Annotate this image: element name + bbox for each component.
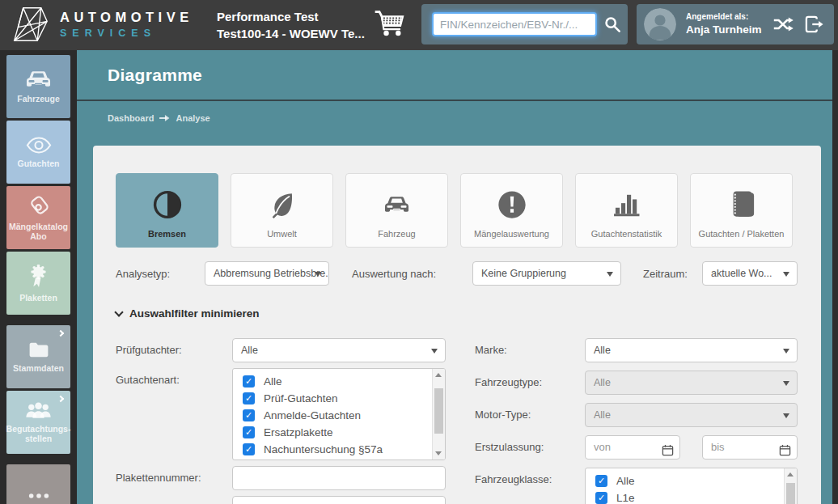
logged-in-label: Angemeldet als: — [686, 13, 762, 21]
car-icon — [26, 70, 51, 89]
switch-user-icon[interactable] — [772, 15, 794, 33]
marke-select[interactable]: Alle — [585, 338, 798, 362]
bar-chart-icon — [576, 187, 677, 222]
option-label: Prüf-Gutachten — [264, 392, 338, 404]
pruefgutachter-label: Prüfgutachter: — [116, 338, 232, 362]
analysis-card: BremsenUmweltFahrzeugMängelauswertungGut… — [93, 146, 821, 504]
analysetyp-select[interactable]: Abbremsung Betriebsbre... — [205, 261, 329, 286]
tab-maengelauswertung[interactable]: Mängelauswertung — [460, 173, 563, 248]
sidebar-nav: FahrzeugeGutachtenMängelkatalog AboPlake… — [0, 50, 77, 504]
checkbox-checked-icon[interactable]: ✓ — [243, 392, 255, 404]
controls-row: Analysetyp: Abbremsung Betriebsbre... Au… — [116, 261, 798, 286]
scrollbar[interactable] — [784, 468, 797, 504]
checkbox-option[interactable]: ✓Ersatzplakette — [233, 424, 445, 441]
sidebar-item-plaketten[interactable]: Plaketten — [6, 252, 70, 315]
calendar-icon[interactable] — [779, 442, 791, 464]
scroll-up-icon[interactable] — [787, 472, 794, 476]
eye-icon — [26, 137, 52, 154]
sidebar-item-gutachten[interactable]: Gutachten — [6, 121, 70, 184]
sidebar-item-begutachtungsstellen[interactable]: Begutachtungs-stellen — [6, 391, 70, 454]
sidebar-item-fahrzeuge[interactable]: Fahrzeuge — [6, 55, 70, 118]
sidebar-item-label: Mängelkatalog Abo — [6, 222, 70, 241]
checkbox-checked-icon[interactable]: ✓ — [243, 375, 255, 388]
option-label: Nachuntersuchung §57a — [264, 443, 383, 455]
car-icon — [346, 187, 447, 222]
page-title: Diagramme — [108, 66, 202, 85]
search-input[interactable] — [432, 12, 597, 36]
breadcrumb-analyse[interactable]: Analyse — [176, 113, 210, 123]
checkbox-option[interactable]: ✓Alle — [233, 373, 445, 390]
filter-column-right: Marke: Alle Fahrzeugtype: Alle Motor-Typ… — [475, 338, 798, 504]
filter-toggle-label: Auswahlfilter minimieren — [129, 307, 260, 320]
checkbox-checked-icon[interactable]: ✓ — [243, 443, 255, 455]
avatar[interactable] — [644, 8, 676, 40]
sidebar-item-label: Plaketten — [17, 293, 60, 303]
chevron-down-icon — [114, 307, 123, 316]
plakettennummer-input[interactable] — [232, 466, 446, 490]
logout-icon[interactable] — [805, 15, 824, 33]
checkbox-option[interactable]: ✓Anmelde-Gutachten — [233, 407, 445, 424]
exclamation-circle-icon — [461, 187, 562, 222]
context-line2: Test100-14 - WOEWV Te... — [217, 25, 365, 42]
notebook-icon — [691, 187, 792, 222]
brand-logo-icon[interactable] — [7, 6, 53, 46]
scrollbar[interactable] — [432, 369, 445, 460]
sidebar-item-label: Fahrzeuge — [15, 94, 62, 104]
zeitraum-label: Zeitraum: — [643, 268, 692, 280]
fahrzeugtype-select: Alle — [585, 371, 798, 395]
tab-umwelt[interactable]: Umwelt — [231, 173, 333, 248]
breadcrumb: Dashboard Analyse — [77, 101, 832, 123]
rosette-icon — [28, 265, 49, 288]
breadcrumb-dashboard[interactable]: Dashboard — [108, 113, 154, 123]
extra-input[interactable] — [232, 496, 446, 504]
filter-toggle[interactable]: Auswahlfilter minimieren — [116, 307, 798, 320]
context-line1: Performance Test — [217, 8, 365, 25]
right-edge-strip — [832, 50, 838, 504]
checkbox-checked-icon[interactable]: ✓ — [595, 492, 607, 504]
scroll-down-icon[interactable] — [435, 451, 442, 455]
checkbox-option[interactable]: ✓L1e — [586, 489, 797, 504]
checkbox-option[interactable]: ✓Alle — [586, 472, 797, 489]
erstzulassung-von-input[interactable]: von — [585, 435, 680, 460]
motortype-select: Alle — [585, 403, 798, 427]
tab-bremsen[interactable]: Bremsen — [116, 173, 218, 248]
checkbox-option[interactable]: ✓Prüf-Gutachten — [233, 390, 445, 407]
tab-gutachtenstatistik[interactable]: Gutachtenstatistik — [575, 173, 678, 248]
sidebar-item-label: Begutachtungs-stellen — [4, 424, 74, 443]
tag-icon — [28, 194, 50, 217]
auswertung-select[interactable]: Keine Gruppierung — [472, 261, 621, 286]
tab-gutachten-plaketten[interactable]: Gutachten / Plaketten — [690, 173, 793, 248]
checkbox-checked-icon[interactable]: ✓ — [595, 475, 607, 487]
sidebar-item-maengelkatalog-abo[interactable]: Mängelkatalog Abo — [6, 186, 70, 249]
sidebar-item-stammdaten[interactable]: Stammdaten — [6, 325, 70, 388]
checkbox-option[interactable]: ✓Nachuntersuchung §57a — [233, 441, 445, 458]
tab-fahrzeug[interactable]: Fahrzeug — [345, 173, 448, 248]
scroll-thumb[interactable] — [786, 483, 795, 504]
fahrzeugtype-label: Fahrzeugtype: — [475, 371, 585, 395]
scroll-up-icon[interactable] — [435, 373, 442, 377]
checkbox-checked-icon[interactable]: ✓ — [243, 426, 255, 438]
erstzulassung-bis-input[interactable]: bis — [702, 435, 798, 460]
tab-label: Umwelt — [231, 229, 332, 239]
filter-column-left: Prüfgutachter: Alle Gutachtenart: ✓Alle✓… — [116, 338, 446, 504]
ellipsis-icon — [28, 493, 50, 499]
option-label: L1e — [616, 492, 635, 504]
scroll-thumb[interactable] — [434, 388, 443, 434]
sidebar-item-mehr[interactable] — [6, 464, 70, 504]
auswertung-label: Auswertung nach: — [352, 268, 461, 280]
people-icon — [25, 401, 52, 419]
calendar-icon[interactable] — [662, 442, 674, 464]
main-content: Diagramme Dashboard Analyse BremsenUmwel… — [77, 50, 832, 504]
checkbox-checked-icon[interactable]: ✓ — [243, 409, 255, 421]
search-icon[interactable] — [604, 16, 620, 32]
pruefgutachter-select[interactable]: Alle — [232, 338, 446, 362]
cart-icon[interactable] — [374, 10, 406, 40]
tab-label: Mängelauswertung — [461, 229, 562, 239]
fahrzeugklasse-label: Fahrzeugklasse: — [475, 468, 585, 492]
tabs: BremsenUmweltFahrzeugMängelauswertungGut… — [116, 173, 798, 248]
zeitraum-select[interactable]: aktuelle Wo... — [702, 261, 798, 286]
breadcrumb-arrow-icon — [159, 114, 170, 122]
gutachtenart-listbox[interactable]: ✓Alle✓Prüf-Gutachten✓Anmelde-Gutachten✓E… — [232, 368, 446, 460]
fahrzeugklasse-listbox[interactable]: ✓Alle✓L1e — [585, 468, 798, 504]
page-header: Diagramme — [77, 50, 832, 101]
